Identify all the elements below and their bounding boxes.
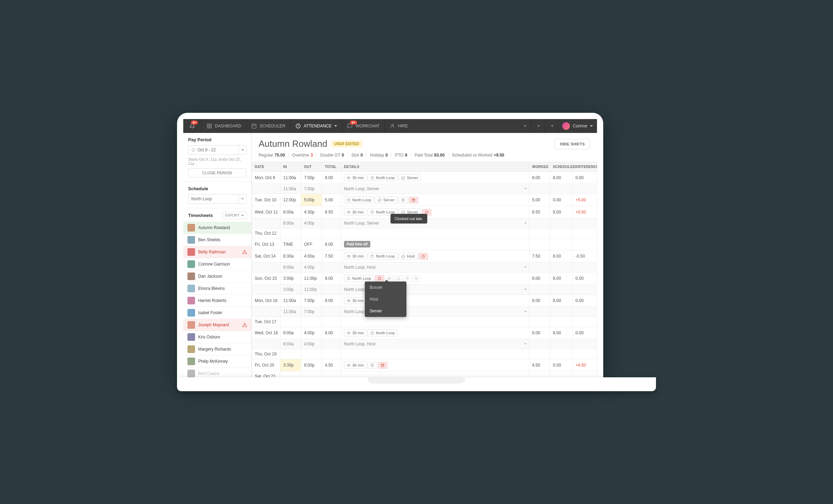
table-row[interactable]: 8:00a4:00pNorth Loop, Host	[252, 262, 597, 272]
table-row[interactable]: Fri, Oct 13TIMEOFF8.00Paid time off	[252, 238, 597, 250]
chevron-down-icon[interactable]	[524, 267, 527, 268]
cell-details[interactable]: North Loop, Host	[341, 339, 529, 349]
timesheet-person-row[interactable]: Margery Richards	[183, 343, 251, 355]
table-row[interactable]: Tue, Oct 1012:00p5:00p5.00North LoopServ…	[252, 194, 597, 206]
table-row[interactable]: Thu, Oct 12	[252, 228, 597, 238]
cal-pill[interactable]	[409, 197, 418, 203]
table-row[interactable]: 11:00a7:00pNorth Loop, Serv	[252, 307, 597, 317]
timesheet-person-row[interactable]: Isabel Foster	[183, 307, 251, 319]
chevron-down-icon[interactable]	[524, 222, 527, 224]
dropdown-option[interactable]: Busser	[365, 282, 406, 293]
chevron-down-icon[interactable]	[524, 289, 527, 290]
add-note-pill[interactable]	[412, 275, 420, 282]
break-pill[interactable]: 30 min	[344, 253, 367, 260]
dropdown-option[interactable]: Host	[365, 293, 406, 305]
table-row[interactable]: 3:00p11:00pNorth Loop, Serv	[252, 285, 597, 295]
timesheet-person-row[interactable]: Joseph Maynard	[183, 319, 251, 331]
chevron-down-icon[interactable]	[524, 343, 527, 345]
print-dropdown[interactable]	[531, 119, 544, 133]
chevron-down-icon[interactable]	[524, 311, 527, 312]
cell-scheduled: 8.00	[550, 295, 573, 307]
break-pill[interactable]: 30 min	[344, 174, 367, 181]
timesheet-person-row[interactable]: Ben Shields	[183, 234, 251, 246]
nav-scheduler[interactable]: SCHEDULER	[246, 119, 290, 133]
nav-dashboard[interactable]: DASHBOARD	[202, 119, 246, 133]
chevron-down-icon[interactable]	[524, 188, 527, 190]
timesheet-person-row[interactable]: Autumn Rowland	[183, 222, 251, 234]
cell-details[interactable]: 30 minNorth Loop	[341, 327, 529, 339]
cell-scheduled	[550, 349, 573, 359]
loc-pill[interactable]: North Loop	[368, 253, 397, 260]
nav-attendance[interactable]: ATTENDANCE	[291, 119, 342, 133]
table-row[interactable]: Tue, Oct 17	[252, 317, 597, 327]
table-row[interactable]: Sat, Oct 148:30a4:00a7.5030 minNorth Loo…	[252, 250, 597, 262]
cell-details[interactable]: Paid time off	[341, 238, 529, 250]
caret-down-icon	[334, 125, 337, 127]
loc-pill[interactable]: North Loop	[344, 196, 374, 203]
break-pill[interactable]: 30 min	[344, 297, 367, 304]
timesheet-person-row[interactable]: Dan Jackson	[183, 270, 251, 283]
pay-period-select[interactable]: Oct 9 - 22	[188, 145, 246, 155]
cell-details[interactable]	[341, 317, 529, 327]
column-header: WORKED	[529, 162, 550, 172]
cell-details[interactable]	[341, 349, 529, 359]
table-row[interactable]: Wed, Oct 118:00a4:30p8.5030 minNorth Loo…	[252, 206, 597, 218]
add-role-pill[interactable]	[394, 275, 402, 282]
break-pill[interactable]: 30 min	[344, 329, 367, 336]
table-row[interactable]: Sun, Oct 153:00p11:00p8.00North LoopBuss…	[252, 272, 597, 285]
clock-pill[interactable]	[419, 253, 428, 260]
timesheet-person-row[interactable]: Corinne Garrison	[183, 258, 251, 270]
cal-pill[interactable]	[378, 362, 387, 369]
role-pill[interactable]: Server	[398, 174, 421, 181]
cell-details[interactable]: North Loop, Server	[341, 184, 529, 194]
table-row[interactable]: 11:00a7:00pNorth Loop, Server	[252, 184, 597, 194]
loc-pill[interactable]: North Loop	[368, 174, 397, 181]
nav-workchat[interactable]: 9+ WORKCHAT	[342, 119, 384, 133]
content: Autumn Rowland USER EDITED HIDE SHIFTS R…	[252, 133, 597, 377]
table-row[interactable]: Fri, Oct 203:30p8:00p4.5030 min4.500.00+…	[252, 359, 597, 371]
table-row[interactable]: Sat, Oct 21	[252, 371, 597, 378]
loc-pill[interactable]: North Loop	[344, 275, 374, 282]
cell-details[interactable]	[341, 371, 529, 378]
cell-details[interactable]: 30 min	[341, 359, 529, 371]
timesheet-person-row[interactable]: Kris Osborn	[183, 331, 251, 343]
cell-details[interactable]: North Loop, Server	[341, 218, 529, 228]
hide-shifts-button[interactable]: HIDE SHIFTS	[555, 139, 590, 149]
cell-details[interactable]: 30 minNorth LoopServer	[341, 172, 529, 184]
break-pill[interactable]: 30 min	[344, 362, 367, 369]
timesheet-person-row[interactable]: Harriet Roberts	[183, 295, 251, 307]
export-button[interactable]: EXPORT	[222, 212, 247, 219]
break-pill[interactable]: 30 min	[344, 209, 367, 216]
dropdown-option[interactable]: Server	[365, 305, 406, 317]
timesheet-person-row[interactable]: Bert Castro	[183, 368, 251, 377]
cell-details[interactable]: North Loop, Host	[341, 262, 529, 272]
table-row[interactable]: Wed, Oct 188:00a4:00p8.0030 minNorth Loo…	[252, 327, 597, 339]
inbox-dropdown[interactable]	[518, 119, 531, 133]
timesheet-person-row[interactable]: Philip McKinney	[183, 355, 251, 368]
loc-pill[interactable]: North Loop	[368, 329, 397, 336]
pto-pill[interactable]: Paid time off	[344, 241, 370, 247]
cell-details[interactable]: North LoopBusserHostServer	[341, 272, 529, 285]
nav-hire[interactable]: HIRE	[385, 119, 413, 133]
timesheet-person-row[interactable]: Betty Rathman	[183, 246, 251, 258]
table-row[interactable]: 8:00a4:00pNorth Loop, Host	[252, 339, 597, 349]
schedule-select[interactable]: North Loop	[188, 194, 246, 204]
user-menu[interactable]: Corinne	[558, 119, 597, 133]
table-row[interactable]: Mon, Oct 911:00a7:00p8.0030 minNorth Loo…	[252, 172, 597, 184]
role-pill[interactable]: Host	[398, 253, 418, 260]
table-row[interactable]: Mon, Oct 1611:00a7:00p8.0030 min8.008.00…	[252, 295, 597, 307]
note-pill[interactable]	[368, 362, 377, 369]
cell-details[interactable]	[341, 228, 529, 238]
cell-details[interactable]: North LoopServer	[341, 194, 529, 206]
timesheet-person-row[interactable]: Elnora Blevins	[183, 283, 251, 295]
table-row[interactable]: Thu, Oct 19	[252, 349, 597, 359]
notifications-bell[interactable]: 9+	[183, 119, 201, 133]
note-pill[interactable]	[398, 197, 408, 203]
settings-dropdown[interactable]	[545, 119, 558, 133]
cell-details[interactable]: 30 minNorth LoopServerClocked out late.	[341, 206, 529, 218]
add-pin-pill[interactable]	[403, 275, 411, 282]
close-period-button[interactable]: CLOSE PERIOD	[188, 168, 246, 177]
loc-pill[interactable]	[375, 275, 384, 282]
cell-details[interactable]: 30 minNorth LoopHost	[341, 250, 529, 262]
role-pill[interactable]: Server	[375, 196, 397, 203]
